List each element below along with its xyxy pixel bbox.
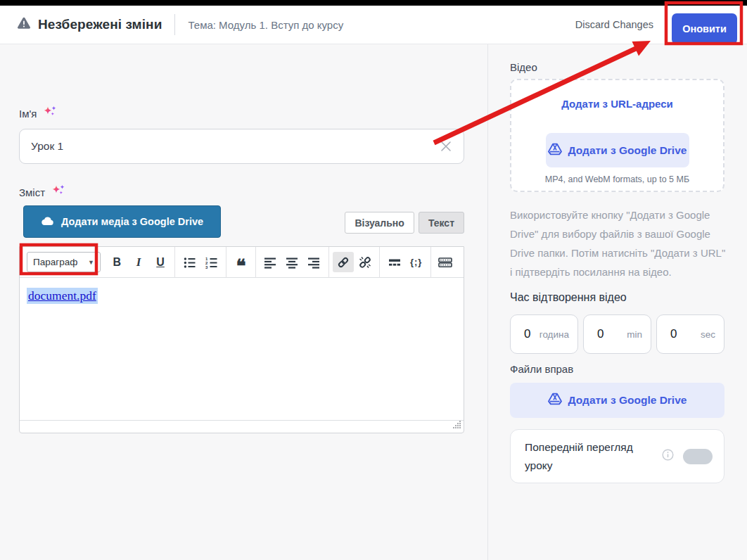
minutes-input[interactable]: 0 min [583,314,651,354]
chevron-down-icon: ▼ [88,259,94,266]
editor-toolbar: Параграф ▼ B I U 1 2 3 [20,247,464,278]
document-pdf-link[interactable]: document.pdf [27,288,98,304]
drive-help-text: Використовуйте кнопку "Додати з Google D… [510,205,727,281]
svg-text:3: 3 [205,265,208,269]
italic-button[interactable]: I [128,252,150,272]
resize-grip-icon[interactable] [452,419,461,432]
header-bar: Незбережені зміни Тема: Модуль 1. Вступ … [0,6,747,44]
bold-button[interactable]: B [106,252,128,272]
lesson-name-value: Урок 1 [31,140,440,153]
paragraph-style-dropdown[interactable]: Параграф ▼ [27,252,101,272]
blockquote-icon[interactable]: ❝ [230,252,252,272]
ai-sparkle-icon[interactable] [42,106,59,122]
header-divider [174,14,175,35]
align-right-icon[interactable] [303,252,325,272]
video-formats-note: MP4, and WebM formats, up to 5 МБ [511,174,723,184]
seconds-input[interactable]: 0 sec [656,314,724,354]
keyboard-icon[interactable] [435,252,456,272]
editor-mode-tabs: Візуально Текст [19,212,464,234]
content-editor: Параграф ▼ B I U 1 2 3 [19,246,464,433]
name-field-label: Ім'я [19,108,37,120]
bullet-list-icon[interactable] [179,252,200,272]
align-left-icon[interactable] [260,252,281,272]
unlink-icon[interactable] [354,252,376,272]
video-duration-label: Час відтворення відео [510,291,627,304]
underline-button[interactable]: U [150,252,172,272]
tab-text[interactable]: Текст [419,212,464,234]
link-icon[interactable] [333,252,355,272]
preview-toggle[interactable] [683,449,713,464]
editor-status-bar [20,420,464,433]
add-exercise-files-google-drive-button[interactable]: Додати з Google Drive [510,383,724,418]
google-drive-icon [548,143,562,158]
lesson-editor-page: Незбережені зміни Тема: Модуль 1. Вступ … [0,0,747,560]
add-video-google-drive-button[interactable]: Додати з Google Drive [546,133,689,167]
video-upload-box: Додати з URL-адреси Додати з Google Driv… [510,79,724,192]
tab-visual[interactable]: Візуально [345,212,414,234]
info-icon[interactable] [662,449,674,464]
video-section-label: Відео [510,61,537,73]
breadcrumb-topic: Тема: Модуль 1. Вступ до курсу [188,19,343,31]
ai-sparkle-icon[interactable] [51,184,68,201]
editor-content-area[interactable]: document.pdf [20,278,464,420]
top-black-strip [0,0,747,6]
update-button[interactable]: Оновити [672,13,737,44]
unsaved-changes-title: Незбережені зміни [38,17,162,32]
shortcode-icon[interactable]: {;} [405,252,427,272]
warning-icon [17,17,31,32]
exercise-files-label: Файли вправ [510,363,573,375]
google-drive-icon [548,393,562,408]
lesson-preview-label: Попередній перегляд уроку [525,438,641,475]
discard-changes-button[interactable]: Discard Changes [575,19,653,30]
lesson-name-input[interactable]: Урок 1 [19,129,464,164]
add-from-url-link[interactable]: Додати з URL-адреси [511,98,723,110]
main-form-column: Ім'я Урок 1 Зміст [0,44,488,560]
hours-input[interactable]: 0 година [510,314,578,354]
sidebar: Відео Додати з URL-адреси Додати з Googl… [488,44,747,560]
align-center-icon[interactable] [281,252,303,272]
lesson-preview-card: Попередній перегляд уроку [510,429,724,483]
duration-inputs-row: 0 година 0 min 0 sec [510,314,724,354]
clear-input-icon[interactable] [440,140,452,153]
numbered-list-icon[interactable]: 1 2 3 [200,252,222,272]
read-more-tag-icon[interactable] [383,252,405,272]
content-field-label: Зміст [19,186,45,198]
